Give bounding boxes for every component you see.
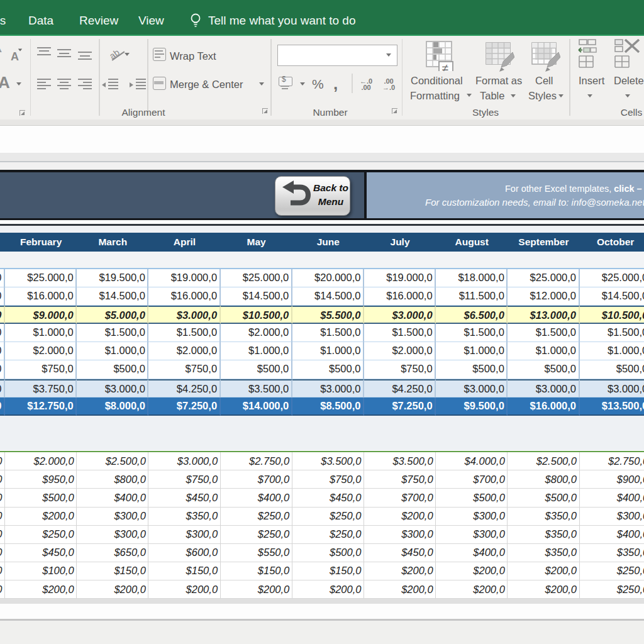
svg-text:≠: ≠ bbox=[442, 62, 448, 71]
